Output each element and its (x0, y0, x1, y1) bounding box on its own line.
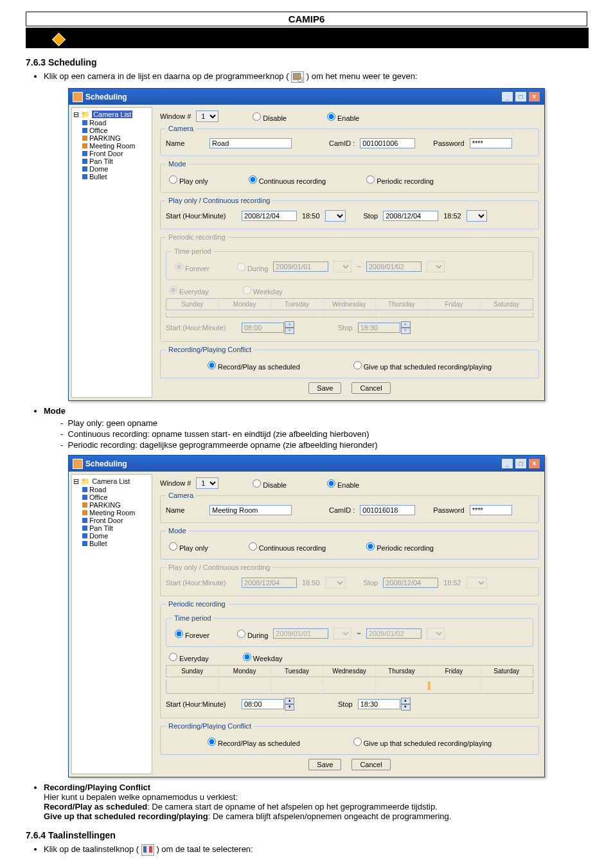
camera-fieldset: Camera Name CamID : Password (160, 125, 539, 156)
mode-heading: Mode - Play only: geen opname - Continuo… (44, 406, 587, 450)
cancel-button[interactable]: Cancel (351, 382, 390, 394)
play-only-radio[interactable] (169, 542, 177, 551)
enable-radio[interactable] (327, 112, 335, 121)
doc-header: CAMIP6 (26, 12, 587, 26)
section-763-heading: 7.6.3 Scheduling (26, 57, 587, 67)
stop-label: Stop (364, 212, 378, 220)
stop-date-input[interactable] (383, 211, 438, 221)
record-scheduled-radio[interactable] (208, 738, 216, 746)
periodic-stop-input (358, 323, 400, 333)
disable-radio[interactable] (253, 112, 261, 121)
day-grid: SundayMondayTuesdayWednesdayThursdayFrid… (166, 298, 533, 310)
tree-item[interactable]: Office (89, 493, 108, 501)
password-label: Password (433, 139, 464, 147)
doc-title: CAMIP6 (26, 12, 587, 26)
enable-radio[interactable] (327, 479, 335, 488)
maximize-button[interactable]: □ (515, 91, 527, 102)
section-764-heading: 7.6.4 Taalinstellingen (26, 830, 587, 840)
tree-item[interactable]: Dome (89, 165, 108, 173)
start-label: Start (Hour:Minute) (166, 212, 236, 220)
spin-up[interactable]: ▴ (401, 698, 411, 704)
giveup-radio[interactable] (353, 738, 362, 746)
camera-tree[interactable]: ⊟ 📁 Camera List Road Office PARKING Meet… (71, 474, 152, 774)
forever-radio[interactable] (175, 630, 183, 638)
tree-item[interactable]: Office (89, 127, 108, 134)
camera-tree[interactable]: ⊟ 📁 Camera List Road Office PARKING Meet… (71, 107, 152, 398)
periodic-radio[interactable] (366, 175, 375, 184)
disable-radio[interactable] (253, 479, 261, 488)
tree-item[interactable]: Road (89, 486, 106, 493)
maximize-button[interactable]: □ (515, 458, 527, 469)
window-label: Window # (160, 112, 191, 120)
name-label: Name (166, 139, 204, 147)
periodic-radio[interactable] (366, 542, 375, 551)
conflict-fieldset: Recording/Playing Conflict Record/Play a… (160, 346, 539, 378)
periodic-start-input[interactable] (242, 699, 284, 709)
rpc-section: Recording/Playing Conflict Hier kunt u b… (44, 783, 587, 821)
section-764-bullet: Klik op de taalinstelknop ( ) om de taal… (44, 844, 587, 856)
tree-root[interactable]: Camera List (92, 111, 132, 118)
window-select[interactable]: 1 (196, 477, 218, 489)
spin-down[interactable]: ▾ (401, 704, 411, 711)
cancel-button[interactable]: Cancel (351, 759, 390, 770)
tree-item[interactable]: Front Door (89, 517, 123, 524)
scheduling-dialog-1: Scheduling _ □ × ⊟ 📁 Camera List Road Of… (68, 88, 545, 401)
during-radio (237, 263, 245, 271)
tree-item[interactable]: Meeting Room (89, 509, 136, 517)
tree-item[interactable]: Dome (89, 532, 108, 540)
weekday-radio[interactable] (243, 653, 251, 661)
start-time-select[interactable] (325, 210, 346, 222)
spin-down[interactable]: ▾ (285, 704, 294, 711)
during-to (366, 261, 422, 272)
minimize-button[interactable]: _ (501, 91, 513, 102)
stop-time-select[interactable] (466, 210, 487, 222)
dialog-title: Scheduling (85, 459, 127, 468)
camid-input[interactable] (360, 138, 415, 148)
tree-root[interactable]: Camera List (92, 477, 130, 485)
name-input[interactable] (209, 505, 292, 515)
during-radio[interactable] (237, 630, 245, 638)
giveup-radio[interactable] (353, 361, 362, 369)
tree-item[interactable]: Bullet (89, 173, 107, 181)
play-continuous-fieldset: Play only / Continuous recording Start (… (160, 197, 539, 229)
mode-fieldset: Mode Play only Continuous recording Peri… (160, 160, 539, 193)
save-button[interactable]: Save (308, 382, 341, 394)
language-button-icon (141, 844, 154, 856)
dialog-icon (73, 459, 83, 469)
video-progress-bar (26, 28, 589, 48)
periodic-stop-input[interactable] (358, 699, 400, 709)
record-scheduled-radio[interactable] (208, 361, 216, 369)
section-763-bullet: Klik op een camera in de lijst en daarna… (44, 71, 587, 83)
save-button[interactable]: Save (308, 759, 341, 770)
everyday-radio[interactable] (169, 653, 177, 661)
tree-item[interactable]: Front Door (89, 150, 123, 157)
everyday-radio (169, 286, 177, 294)
camid-label: CamID : (329, 139, 355, 147)
close-button[interactable]: × (528, 458, 540, 469)
tree-item[interactable]: Pan Tilt (89, 524, 113, 532)
tree-item[interactable]: Road (89, 119, 106, 127)
tree-item[interactable]: Pan Tilt (89, 157, 113, 165)
dialog-icon (73, 92, 83, 102)
program-button-icon (291, 71, 304, 83)
window-select[interactable]: 1 (196, 111, 218, 122)
during-from (273, 261, 328, 272)
play-only-radio[interactable] (169, 175, 177, 184)
periodic-start-input (242, 323, 284, 333)
start-date-input[interactable] (242, 211, 297, 221)
tree-item[interactable]: PARKING (89, 134, 121, 142)
camid-input[interactable] (360, 505, 415, 515)
close-button[interactable]: × (528, 91, 540, 102)
progress-handle-icon[interactable] (52, 33, 66, 46)
scheduling-dialog-2: Scheduling _ □ × ⊟ 📁 Camera List Road Of… (68, 455, 545, 777)
tree-item[interactable]: PARKING (89, 501, 121, 509)
password-input[interactable] (470, 138, 512, 148)
continuous-radio[interactable] (249, 175, 257, 184)
password-input[interactable] (470, 505, 512, 515)
tree-item[interactable]: Bullet (89, 540, 107, 547)
spin-up[interactable]: ▴ (285, 698, 294, 704)
continuous-radio[interactable] (249, 542, 257, 551)
minimize-button[interactable]: _ (501, 458, 513, 469)
name-input[interactable] (209, 138, 292, 148)
tree-item[interactable]: Meeting Room (89, 142, 136, 150)
